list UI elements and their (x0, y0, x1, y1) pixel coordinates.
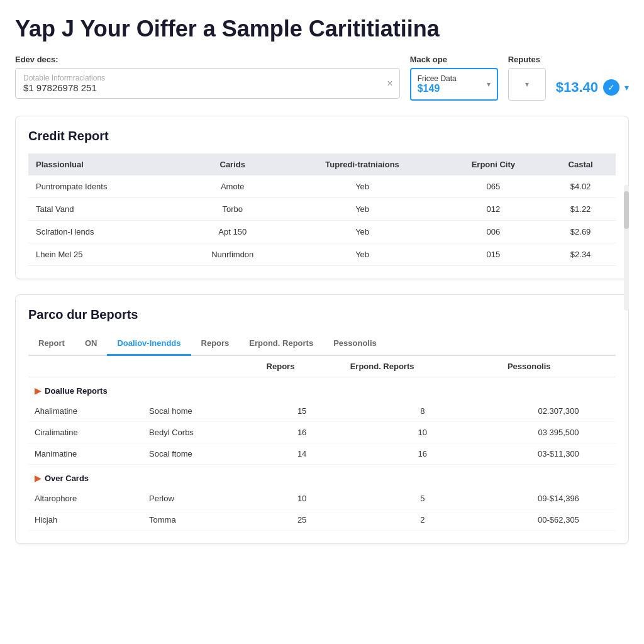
parco-cell-1-1-2: 25 (260, 509, 344, 531)
tab-pessonolis[interactable]: Pessonolis (323, 332, 387, 356)
scrollbar-thumb[interactable] (624, 191, 629, 229)
parco-tabs: Report ON Doaliov-Inendds Repors Erpond.… (28, 332, 616, 356)
credit-cell-0-2: Yeb (284, 175, 441, 198)
parco-cell-1-0-2: 10 (260, 488, 344, 509)
credit-cell-2-1: Apt 150 (182, 221, 284, 243)
check-icon: ✓ (603, 79, 619, 96)
tab-on[interactable]: ON (75, 332, 108, 356)
credit-cell-1-4: $1.22 (545, 198, 616, 221)
credit-report-tbody: Puntrompate IdentsAmoteYeb065$4.02Tatal … (28, 175, 616, 266)
tab-report[interactable]: Report (28, 332, 75, 356)
left-control: Edev decs: Dotable Informraclations $1 9… (15, 55, 400, 99)
parco-cell-0-1-1: Bedyl Corbs (143, 422, 260, 443)
edev-decs-label: Edev decs: (15, 55, 400, 64)
parco-cell-1-0-1: Perlow (143, 488, 260, 509)
dropdown-value: $149 (418, 83, 482, 94)
tab-doaliov-inendds[interactable]: Doaliov-Inendds (107, 332, 191, 356)
list-item: CiralimatineBedyl Corbs161003 395,500 (28, 422, 616, 443)
credit-cell-0-0: Puntrompate Idents (28, 175, 182, 198)
credit-cell-3-2: Yeb (284, 243, 441, 266)
parco-reports-table: Repors Erpond. Reports Pessonolis ▶Doall… (28, 356, 616, 531)
parco-cell-0-1-2: 16 (260, 422, 344, 443)
credit-cell-3-1: Nunrfimdon (182, 243, 284, 266)
parco-cell-0-2-2: 14 (260, 443, 344, 465)
credit-cell-3-3: 015 (441, 243, 546, 266)
top-controls: Edev decs: Dotable Informraclations $1 9… (15, 55, 629, 101)
mack-ope-label: Mack ope (410, 55, 498, 64)
parco-cell-1-1-3: 2 (344, 509, 501, 531)
credit-cell-0-4: $4.02 (545, 175, 616, 198)
credit-cell-1-0: Tatal Vand (28, 198, 182, 221)
tab-repors[interactable]: Repors (191, 332, 240, 356)
group-arrow-icon: ▶ (35, 474, 41, 483)
parco-header-row: Repors Erpond. Reports Pessonolis (28, 356, 616, 377)
list-item: HicjahTomma25200-$62,305 (28, 509, 616, 531)
group-arrow-icon: ▶ (35, 386, 41, 396)
parco-cell-0-0-4: 02.307,300 (501, 401, 616, 422)
credit-cell-2-3: 006 (441, 221, 546, 243)
group-header: ▶Doallue Reports (28, 377, 616, 401)
reputes-label: Reputes (508, 55, 546, 64)
input-placeholder: Dotable Informraclations (23, 74, 377, 82)
scrollbar-track[interactable] (624, 185, 629, 311)
page-title: Yap J Your Oiffer a Sample Carititiatiin… (15, 15, 629, 42)
parco-cell-1-1-0: Hicjah (28, 509, 143, 531)
credit-cell-2-2: Yeb (284, 221, 441, 243)
parco-tbody: ▶Doallue ReportsAhalimatineSocal home158… (28, 377, 616, 531)
pcol-erpond: Erpond. Reports (344, 356, 501, 377)
credit-cell-0-3: 065 (441, 175, 546, 198)
list-item: AltarophorePerlow10509-$14,396 (28, 488, 616, 509)
parco-cell-1-0-0: Altarophore (28, 488, 143, 509)
dropdown-label: Fricee Data (418, 74, 482, 83)
parco-reports-title: Parco dur Beports (28, 308, 616, 322)
list-item: ManimatineSocal ftome141603-$11,300 (28, 443, 616, 465)
credit-cell-2-4: $2.69 (545, 221, 616, 243)
credit-cell-1-3: 012 (441, 198, 546, 221)
parco-thead: Repors Erpond. Reports Pessonolis (28, 356, 616, 377)
chevron-down-icon-2: ▾ (525, 80, 529, 89)
parco-cell-1-1-4: 00-$62,305 (501, 509, 616, 531)
dropdown-inner: Fricee Data $149 (418, 74, 482, 94)
parco-cell-0-2-1: Socal ftome (143, 443, 260, 465)
pcol-pessonolis: Pessonolis (501, 356, 616, 377)
input-value: $1 97826978 251 (23, 82, 377, 93)
credit-cell-3-0: Lhein Mel 25 (28, 243, 182, 266)
credit-report-title: Credit Report (28, 129, 616, 143)
col-castal: Castal (545, 153, 616, 175)
total-value: $13.40 (556, 79, 598, 96)
table-row: Tatal VandTorboYeb012$1.22 (28, 198, 616, 221)
parco-cell-0-1-3: 10 (344, 422, 501, 443)
reputes-group: Reputes ▾ (508, 55, 546, 101)
table-row: Puntrompate IdentsAmoteYeb065$4.02 (28, 175, 616, 198)
parco-cell-0-0-1: Socal home (143, 401, 260, 422)
parco-cell-1-0-3: 5 (344, 488, 501, 509)
credit-report-section: Credit Report Plassionlual Carids Tupred… (15, 116, 629, 279)
credit-cell-0-1: Amote (182, 175, 284, 198)
pcol-1 (28, 356, 143, 377)
parco-cell-0-2-3: 16 (344, 443, 501, 465)
parco-cell-0-0-2: 15 (260, 401, 344, 422)
credit-cell-3-4: $2.34 (545, 243, 616, 266)
tab-erpond-reports[interactable]: Erpond. Reports (239, 332, 323, 356)
credit-cell-2-0: Sclration-l lends (28, 221, 182, 243)
credit-cell-1-2: Yeb (284, 198, 441, 221)
credit-cell-1-1: Torbo (182, 198, 284, 221)
reputes-button[interactable]: ▾ (508, 68, 546, 101)
group-header: ▶Over Cards (28, 465, 616, 489)
pcol-2 (143, 356, 260, 377)
parco-cell-0-0-3: 8 (344, 401, 501, 422)
credit-report-thead: Plassionlual Carids Tupredi-tratniaions … (28, 153, 616, 175)
col-tupredi: Tupredi-tratniaions (284, 153, 441, 175)
parco-cell-1-1-1: Tomma (143, 509, 260, 531)
mack-ope-group: Mack ope Fricee Data $149 ▾ (410, 55, 498, 101)
main-input-wrapper[interactable]: Dotable Informraclations $1 97826978 251… (15, 68, 400, 99)
group-name-0: ▶Doallue Reports (28, 377, 616, 401)
pcol-repors: Repors (260, 356, 344, 377)
clear-icon[interactable]: × (387, 78, 392, 89)
table-row: Sclration-l lendsApt 150Yeb006$2.69 (28, 221, 616, 243)
table-row: Lhein Mel 25NunrfimdonYeb015$2.34 (28, 243, 616, 266)
total-dropdown-arrow[interactable]: ▾ (625, 82, 629, 92)
parco-reports-section: Parco dur Beports Report ON Doaliov-Inen… (15, 294, 629, 544)
mack-ope-dropdown[interactable]: Fricee Data $149 ▾ (410, 68, 498, 101)
total-display: $13.40 ✓ ▾ (556, 79, 629, 101)
